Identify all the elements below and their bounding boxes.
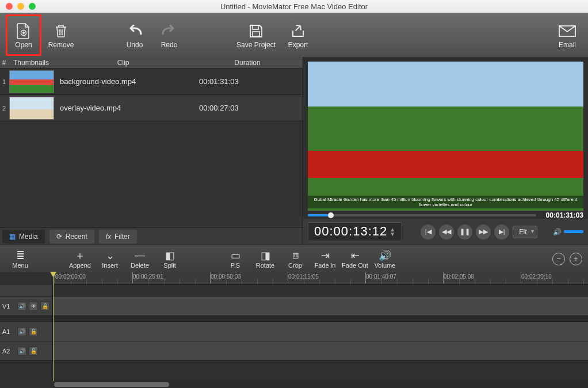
- redo-button[interactable]: Redo: [154, 17, 184, 54]
- track-body[interactable]: [53, 296, 588, 315]
- track-spacer: [0, 285, 588, 296]
- fade-out-button[interactable]: ⇤ Fade Out: [341, 249, 369, 269]
- export-button[interactable]: Export: [283, 17, 313, 54]
- remove-button[interactable]: Remove: [46, 17, 76, 54]
- preview-viewport[interactable]: Dubai Miracle Garden has more than 45 mi…: [308, 62, 583, 211]
- clip-table-body: 1 background-video.mp4 00:01:31:03 2 ove…: [0, 69, 303, 227]
- crop-button[interactable]: ⧈ Crop: [281, 249, 310, 269]
- minimize-window-button[interactable]: [17, 3, 24, 10]
- redo-icon: [161, 21, 178, 41]
- timecode-stepper[interactable]: ▲▼: [390, 227, 396, 237]
- timecode-field[interactable]: 00:00:13:12▲▼: [308, 222, 402, 241]
- export-label: Export: [288, 41, 308, 49]
- track-v1: V1 🔊 👁 🔓: [0, 296, 588, 316]
- zoom-controls: − +: [552, 253, 582, 265]
- track-a2: A2 🔊 🔓: [0, 341, 588, 361]
- insert-button[interactable]: ⌄ Insert: [96, 249, 124, 269]
- track-body: [53, 316, 588, 321]
- skip-end-button[interactable]: ▶|: [494, 225, 509, 239]
- tab-recent[interactable]: ⟳ Recent: [49, 230, 94, 244]
- ps-label: P.S: [231, 262, 240, 269]
- scrollbar-thumb[interactable]: [54, 382, 169, 387]
- track-label: V1: [2, 303, 15, 310]
- track-head-v1: V1 🔊 👁 🔓: [0, 296, 53, 315]
- timecode-value: 00:00:13:12: [314, 224, 387, 238]
- email-button[interactable]: Email: [552, 17, 582, 54]
- clip-row[interactable]: 2 overlay-video.mp4 00:00:27:03: [0, 95, 303, 121]
- save-icon: [248, 21, 264, 41]
- split-button[interactable]: ◧ Split: [155, 249, 184, 269]
- rotate-button[interactable]: ◨ Rotate: [251, 249, 280, 269]
- volume-control: 🔊: [553, 228, 583, 236]
- header-thumb: Thumbnails: [8, 59, 54, 67]
- crop-icon: ⧈: [292, 249, 299, 262]
- lock-button[interactable]: 🔓: [29, 347, 38, 356]
- recent-icon: ⟳: [56, 233, 62, 241]
- fade-out-icon: ⇤: [351, 249, 360, 262]
- svg-rect-1: [253, 25, 258, 29]
- fadeout-label: Fade Out: [342, 262, 368, 269]
- volume-slider[interactable]: [564, 230, 583, 233]
- filter-icon: fx: [106, 233, 111, 241]
- rotate-icon: ◨: [261, 249, 270, 262]
- lock-button[interactable]: 🔓: [40, 302, 49, 311]
- volume-button[interactable]: 🔊 Volume: [371, 249, 399, 269]
- undo-button[interactable]: Undo: [120, 17, 150, 54]
- tab-media[interactable]: ▦ Media: [2, 230, 45, 244]
- playhead[interactable]: [53, 272, 54, 381]
- visibility-button[interactable]: 👁: [29, 302, 38, 311]
- zoom-window-button[interactable]: [29, 3, 36, 10]
- mute-button[interactable]: 🔊: [17, 302, 26, 311]
- scrub-track[interactable]: [308, 214, 536, 216]
- speaker-icon[interactable]: 🔊: [553, 228, 562, 236]
- clip-name: overlay-video.mp4: [55, 104, 192, 112]
- track-label: A1: [2, 328, 15, 335]
- open-file-icon: [16, 21, 32, 41]
- clip-row[interactable]: 1 background-video.mp4 00:01:31:03: [0, 69, 303, 95]
- row-num: 2: [0, 105, 8, 112]
- skip-start-button[interactable]: |◀: [421, 225, 436, 239]
- timeline-toolbar: ≣ Menu ＋ Append ⌄ Insert — Delete ◧ Spli…: [0, 245, 588, 272]
- main-toolbar: Open Remove Undo Redo Save Project Expor…: [0, 13, 588, 57]
- mute-button[interactable]: 🔊: [17, 327, 26, 336]
- zoom-out-button[interactable]: −: [552, 253, 565, 265]
- tab-filter[interactable]: fx Filter: [99, 230, 137, 244]
- track-head-spacer: [0, 316, 53, 321]
- timeline-ruler[interactable]: 00:00:00:0000:00:25:0100:00:50:0300:01:1…: [53, 272, 588, 285]
- window-title: Untitled - MovieMator Free Mac Video Edi…: [0, 2, 588, 11]
- middle-area: # Thumbnails Clip Duration 1 background-…: [0, 57, 588, 245]
- track-body[interactable]: [53, 341, 588, 360]
- track-a1: A1 🔊 🔓: [0, 322, 588, 341]
- append-button[interactable]: ＋ Append: [66, 249, 94, 269]
- delete-button[interactable]: — Delete: [125, 249, 154, 269]
- clip-duration: 00:00:27:03: [192, 104, 303, 112]
- open-label: Open: [15, 41, 32, 49]
- scrub-knob[interactable]: [328, 212, 334, 218]
- lock-button[interactable]: 🔓: [29, 327, 38, 336]
- rewind-button[interactable]: ◀◀: [439, 225, 454, 239]
- zoom-fit-select[interactable]: Fit: [513, 226, 537, 238]
- undo-icon: [126, 21, 143, 41]
- track-body[interactable]: [53, 285, 588, 296]
- ps-button[interactable]: ▭ P.S: [221, 249, 250, 269]
- pause-button[interactable]: ❚❚: [457, 225, 472, 239]
- email-label: Email: [559, 41, 576, 49]
- media-pane: # Thumbnails Clip Duration 1 background-…: [0, 57, 303, 245]
- save-project-button[interactable]: Save Project: [234, 17, 278, 54]
- window-controls: [0, 3, 36, 10]
- timeline-scrollbar[interactable]: [53, 381, 588, 388]
- timeline-menu-button[interactable]: ≣ Menu: [6, 249, 35, 269]
- total-time: 00:01:31:03: [540, 211, 583, 219]
- svg-rect-2: [253, 32, 259, 36]
- zoom-in-button[interactable]: +: [570, 253, 582, 265]
- open-button[interactable]: Open: [9, 17, 39, 54]
- volume-icon: 🔊: [379, 249, 391, 262]
- fade-in-button[interactable]: ⇥ Fade in: [311, 249, 339, 269]
- forward-button[interactable]: ▶▶: [476, 225, 491, 239]
- track-body[interactable]: [53, 322, 588, 341]
- close-window-button[interactable]: [6, 3, 13, 10]
- mute-button[interactable]: 🔊: [17, 347, 26, 356]
- redo-label: Redo: [161, 41, 178, 49]
- track-head-spacer: [0, 285, 53, 296]
- ps-icon: ▭: [231, 249, 240, 262]
